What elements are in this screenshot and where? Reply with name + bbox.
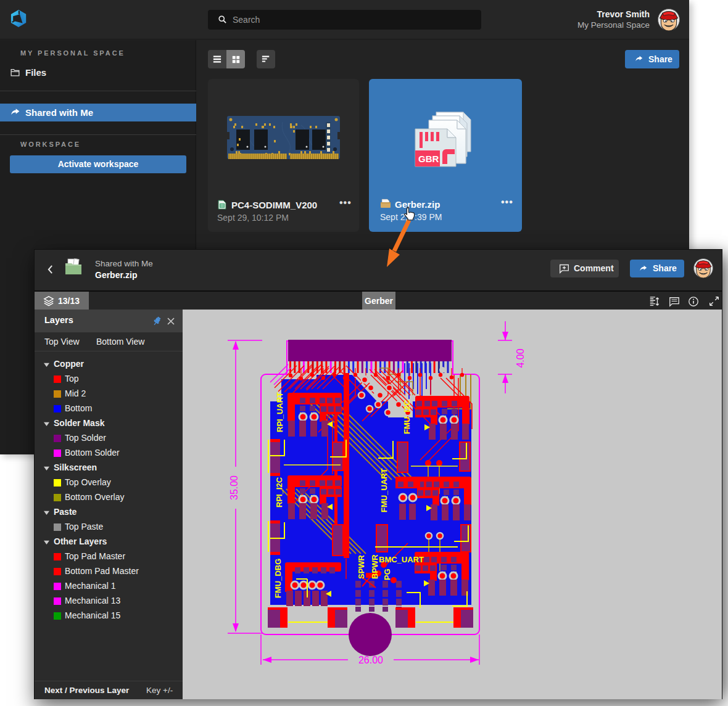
svg-text:35.00: 35.00 <box>229 475 239 500</box>
svg-text:RPI_I2C: RPI_I2C <box>275 477 284 507</box>
svg-text:4.00: 4.00 <box>515 348 526 367</box>
svg-text:SPWR: SPWR <box>357 554 366 579</box>
svg-text:RPI_UART: RPI_UART <box>275 392 284 432</box>
svg-text:BPWR: BPWR <box>370 554 379 579</box>
svg-text:FMU_DBG: FMU_DBG <box>273 559 283 598</box>
svg-text:BMC_UART: BMC_UART <box>379 555 424 564</box>
svg-text:GBR: GBR <box>418 154 439 164</box>
svg-text:26.00: 26.00 <box>358 655 383 665</box>
svg-text:PG: PG <box>383 568 392 580</box>
svg-text:FMU_UART: FMU_UART <box>379 468 389 512</box>
svg-text:FMU_I2C: FMU_I2C <box>402 400 412 434</box>
